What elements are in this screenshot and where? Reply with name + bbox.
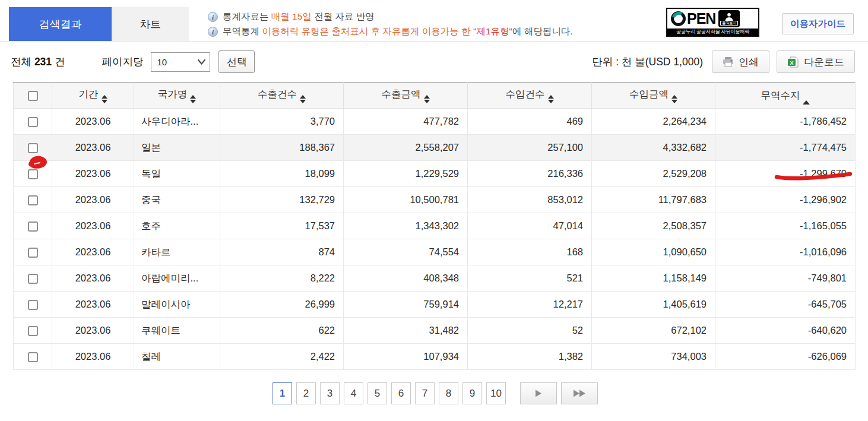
row-checkbox[interactable]: [28, 117, 38, 127]
cell-country: 일본: [134, 135, 220, 161]
page-button-9[interactable]: 9: [462, 382, 482, 404]
table-row: 2023.06칠레2,422107,9341,382734,003-626,06…: [14, 344, 856, 370]
page-button-3[interactable]: 3: [320, 382, 340, 404]
row-checkbox-cell: [14, 213, 52, 239]
column-label: 수출금액: [382, 88, 421, 99]
column-header-2[interactable]: 국가명: [134, 83, 220, 109]
page-button-4[interactable]: 4: [344, 382, 363, 404]
cell-period: 2023.06: [52, 213, 134, 239]
notice-line-2: i 무역통계 이용허락 유형은 출처표시 후 자유롭게 이용가능 한 "제1유형…: [208, 24, 666, 39]
row-checkbox-cell: [14, 187, 52, 213]
table-row: 2023.06호주17,5371,343,30247,0142,508,357-…: [14, 213, 856, 239]
row-checkbox[interactable]: [28, 300, 38, 310]
cell-export_count: 874: [220, 239, 344, 265]
row-checkbox-cell: [14, 239, 52, 265]
row-checkbox[interactable]: [28, 352, 38, 362]
cell-balance: -1,296,902: [715, 187, 856, 213]
user-guide-button[interactable]: 이용자가이드: [782, 13, 854, 34]
notice-text: 통계자료는 매월 15일 전월 자료 반영: [223, 11, 375, 23]
row-checkbox[interactable]: [28, 143, 38, 153]
column-label: 수출건수: [258, 88, 297, 99]
column-header-1[interactable]: 기간: [52, 83, 134, 109]
cell-period: 2023.06: [52, 161, 134, 187]
page: 검색결과 차트 i 통계자료는 매월 15일 전월 자료 반영 i 무역통계 이…: [0, 7, 868, 421]
excel-icon: X: [787, 56, 799, 68]
cell-period: 2023.06: [52, 109, 134, 135]
cell-export_amount: 1,229,529: [344, 161, 468, 187]
cell-export_amount: 2,558,207: [344, 135, 468, 161]
cell-import_count: 469: [468, 109, 592, 135]
tab-search-results[interactable]: 검색결과: [9, 7, 112, 41]
column-header-5[interactable]: 수입건수: [468, 83, 592, 109]
select-button[interactable]: 선택: [218, 50, 255, 73]
table-row: 2023.06일본188,3672,558,207257,1004,332,68…: [14, 135, 856, 161]
tab-chart[interactable]: 차트: [112, 7, 189, 41]
cell-import_amount: 672,102: [592, 318, 715, 344]
column-label: 무역수지: [761, 90, 800, 100]
sort-both-icon: [190, 95, 196, 103]
cell-import_count: 853,012: [468, 187, 592, 213]
cell-import_amount: 734,003: [592, 344, 715, 370]
column-header-6[interactable]: 수입금액: [592, 83, 715, 109]
cell-import_count: 1,382: [468, 344, 592, 370]
row-checkbox[interactable]: [28, 274, 38, 284]
cell-export_count: 132,729: [220, 187, 344, 213]
cell-period: 2023.06: [52, 292, 134, 318]
cell-import_amount: 11,797,683: [592, 187, 715, 213]
cell-export_amount: 31,482: [344, 318, 468, 344]
last-page-button[interactable]: [561, 382, 598, 404]
row-checkbox[interactable]: [28, 195, 38, 205]
open-text: PEN: [670, 10, 715, 27]
sort-both-icon: [300, 95, 306, 103]
cell-export_amount: 10,500,781: [344, 187, 468, 213]
cell-country: 독일: [134, 161, 220, 187]
cell-balance: -1,774,475: [715, 135, 856, 161]
row-checkbox[interactable]: [28, 326, 38, 336]
cell-period: 2023.06: [52, 344, 134, 370]
row-checkbox[interactable]: [28, 248, 38, 258]
pagination: 12345678910: [0, 382, 868, 404]
table-row: 2023.06중국132,72910,500,781853,01211,797,…: [14, 187, 856, 213]
print-button[interactable]: 인쇄: [712, 50, 769, 73]
column-header-7[interactable]: 무역수지: [715, 83, 856, 109]
row-checkbox[interactable]: [28, 169, 38, 179]
page-button-1[interactable]: 1: [273, 382, 292, 404]
page-button-5[interactable]: 5: [368, 382, 387, 404]
row-checkbox[interactable]: [28, 221, 38, 232]
select-all-checkbox[interactable]: [28, 91, 38, 101]
per-page-select-wrap: 10: [151, 52, 210, 72]
cell-country: 쿠웨이트: [134, 318, 220, 344]
cell-import_amount: 2,264,234: [592, 109, 715, 135]
cell-export_count: 188,367: [220, 135, 344, 161]
download-button[interactable]: X 다운로드: [777, 50, 855, 73]
per-page-select[interactable]: 10: [151, 52, 210, 72]
cell-period: 2023.06: [52, 239, 134, 265]
header-row: 기간국가명수출건수수출금액수입건수수입금액무역수지: [14, 83, 856, 109]
page-button-7[interactable]: 7: [415, 382, 435, 404]
header: 검색결과 차트 i 통계자료는 매월 15일 전월 자료 반영 i 무역통계 이…: [0, 7, 868, 42]
info-icon: i: [208, 12, 218, 22]
select-all-header: [14, 83, 52, 109]
cell-country: 중국: [134, 187, 220, 213]
page-button-10[interactable]: 10: [486, 382, 506, 404]
cell-import_amount: 1,158,149: [592, 265, 715, 292]
column-header-4[interactable]: 수출금액: [344, 83, 468, 109]
row-checkbox-cell: [14, 109, 52, 135]
cell-balance: -1,165,055: [715, 213, 856, 239]
page-button-6[interactable]: 6: [391, 382, 411, 404]
column-header-3[interactable]: 수출건수: [220, 83, 344, 109]
row-checkbox-cell: [14, 265, 52, 292]
cell-export_amount: 408,348: [344, 265, 468, 292]
info-icon: i: [208, 27, 218, 37]
table-row: 2023.06카타르87474,5541681,090,650-1,016,09…: [14, 239, 856, 265]
unit-label: 단위 : 천 불(USD 1,000): [592, 55, 703, 69]
page-button-2[interactable]: 2: [296, 382, 316, 404]
next-page-button[interactable]: [520, 382, 557, 404]
page-button-8[interactable]: 8: [439, 382, 458, 404]
cell-export_count: 8,222: [220, 265, 344, 292]
next-arrow-icon: [535, 390, 542, 397]
notice-line-1: i 통계자료는 매월 15일 전월 자료 반영: [208, 10, 666, 24]
cell-balance: -1,299,679: [715, 161, 856, 187]
total-count: 전체 231 건: [11, 55, 65, 69]
total-count-number: 231: [34, 56, 52, 68]
